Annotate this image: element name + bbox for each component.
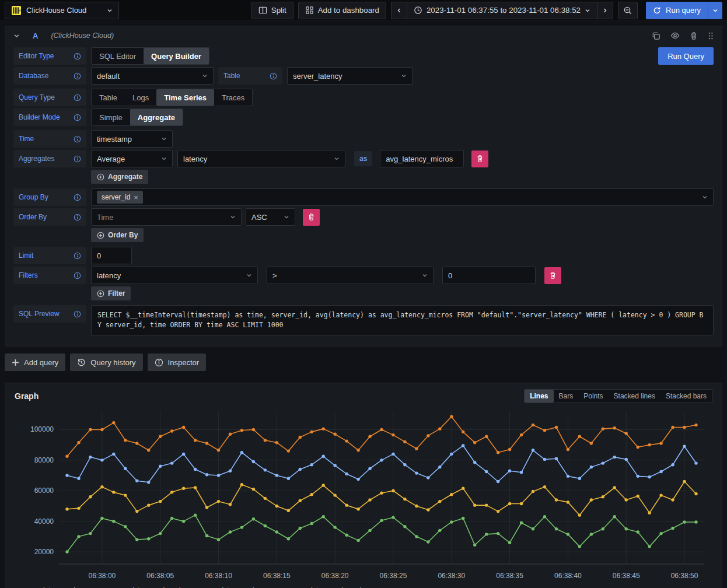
graph-mode-stacked-bars[interactable]: Stacked bars [660,390,712,402]
latency-chart[interactable]: 2000040000600008000010000006:38:0006:38:… [15,405,712,584]
graph-panel: Graph Lines Bars Points Stacked lines St… [5,383,722,588]
svg-text:06:38:10: 06:38:10 [205,572,232,580]
sql-preview-text: SELECT $__timeInterval(timestamp) as tim… [91,305,714,335]
info-icon[interactable] [74,72,81,80]
clock-icon [414,6,422,15]
query-type-logs[interactable]: Logs [125,89,156,106]
info-icon[interactable] [74,252,81,260]
query-type-table[interactable]: Table [92,89,125,106]
filter-column-select[interactable]: latency [91,267,258,284]
dashboard-grid-icon [305,6,314,15]
graph-header: Graph Lines Bars Points Stacked lines St… [15,389,712,403]
remove-filter-button[interactable] [544,267,561,284]
aggregate-function-select[interactable]: Average [91,150,173,167]
graph-mode-points[interactable]: Points [578,390,608,402]
run-query-dropdown-toggle[interactable] [708,2,722,19]
info-icon[interactable] [74,155,81,163]
aggregates-label: Aggregates [13,150,86,167]
time-range-picker[interactable]: 2023-11-01 06:37:55 to 2023-11-01 06:38:… [407,2,597,19]
query-ref-id: A [33,32,38,40]
delete-query-icon[interactable] [690,32,698,40]
builder-mode-aggregate[interactable]: Aggregate [130,109,183,125]
limit-input[interactable] [91,247,132,264]
editor-type-switch: SQL Editor Query Builder [91,47,209,65]
drag-handle-icon[interactable] [708,32,714,40]
split-button[interactable]: Split [251,2,293,19]
clickhouse-logo-icon [11,5,22,16]
inspector-button[interactable]: Inspector [148,354,206,371]
graph-mode-bars[interactable]: Bars [554,390,579,402]
add-aggregate-button[interactable]: Aggregate [91,170,148,184]
info-icon[interactable] [74,52,81,60]
datasource-name: ClickHouse Cloud [26,6,86,15]
table-label: Table [218,67,282,85]
aggregate-column-select[interactable]: latency [177,150,345,167]
group-by-multiselect[interactable]: server_id × [91,188,714,206]
filter-operator-select[interactable]: > [267,267,434,284]
remove-tag-icon[interactable]: × [134,194,138,201]
builder-mode-simple[interactable]: Simple [92,109,130,125]
info-icon[interactable] [270,72,277,80]
info-icon[interactable] [74,194,81,201]
svg-text:06:38:50: 06:38:50 [671,572,698,580]
svg-text:20000: 20000 [34,548,54,556]
time-shift-forward-button[interactable] [597,2,613,19]
graph-mode-stacked-lines[interactable]: Stacked lines [609,390,660,402]
chevron-down-icon [107,8,113,13]
aggregate-alias-input[interactable] [380,150,464,167]
group-by-label: Group By [13,188,86,206]
run-query-button[interactable]: Run query [646,2,708,19]
chevron-down-icon [585,8,590,13]
split-label: Split [271,6,286,15]
info-icon[interactable] [74,114,81,121]
filter-value-input[interactable] [442,267,536,284]
sql-preview-label: SQL Preview [13,305,86,323]
order-by-direction-select[interactable]: ASC [246,208,295,226]
info-icon[interactable] [74,214,81,221]
svg-text:06:38:20: 06:38:20 [321,572,349,580]
as-badge: as [354,151,372,166]
svg-text:06:38:45: 06:38:45 [613,572,640,580]
info-icon[interactable] [74,94,81,102]
zoom-out-icon [623,6,632,15]
remove-aggregate-button[interactable] [471,150,488,167]
svg-text:40000: 40000 [34,517,54,526]
add-to-dashboard-button[interactable]: Add to dashboard [298,2,386,19]
query-type-traces[interactable]: Traces [214,89,252,106]
query-history-button[interactable]: Query history [70,354,142,371]
run-query-editor-button[interactable]: Run Query [658,47,714,65]
svg-text:06:38:00: 06:38:00 [89,572,116,580]
query-type-label: Query Type [13,89,86,106]
zoom-out-time-button[interactable] [618,2,638,19]
editor-type-query-builder[interactable]: Query Builder [144,48,209,64]
graph-mode-lines[interactable]: Lines [525,390,553,402]
group-by-row: Group By server_id × [13,188,714,206]
toggle-visibility-icon[interactable] [670,31,680,40]
time-column-select[interactable]: timestamp [91,130,173,148]
time-shift-back-button[interactable] [391,2,407,19]
query-row-header[interactable]: A (ClickHouse Cloud) [5,26,722,45]
datasource-picker[interactable]: ClickHouse Cloud [5,2,119,19]
add-query-button[interactable]: Add query [5,354,65,371]
remove-order-by-button[interactable] [303,209,320,226]
info-icon[interactable] [74,135,81,143]
collapse-chevron-icon[interactable] [13,33,20,39]
editor-type-sql-editor[interactable]: SQL Editor [92,48,144,64]
sql-preview-row: SQL Preview SELECT $__timeInterval(times… [13,305,714,335]
history-icon [77,358,86,367]
add-order-by-button[interactable]: Order By [91,228,144,242]
database-select[interactable]: default [91,67,214,85]
duplicate-query-icon[interactable] [652,32,660,40]
query-editor-panel: A (ClickHouse Cloud) Run Query Editor Ty… [5,26,722,346]
svg-text:06:38:25: 06:38:25 [380,572,407,580]
top-navigation-bar: ClickHouse Cloud Split Add to dashboard [0,0,727,21]
info-icon[interactable] [74,272,81,279]
info-icon[interactable] [74,310,81,318]
builder-mode-row: Builder Mode Simple Aggregate [13,108,714,126]
order-by-field-select[interactable]: Time [91,208,242,226]
add-to-dashboard-label: Add to dashboard [318,6,379,15]
add-filter-row: Filter [91,286,714,300]
add-filter-button[interactable]: Filter [91,286,131,300]
table-select[interactable]: server_latency [287,67,413,85]
query-type-time-series[interactable]: Time Series [156,89,214,106]
